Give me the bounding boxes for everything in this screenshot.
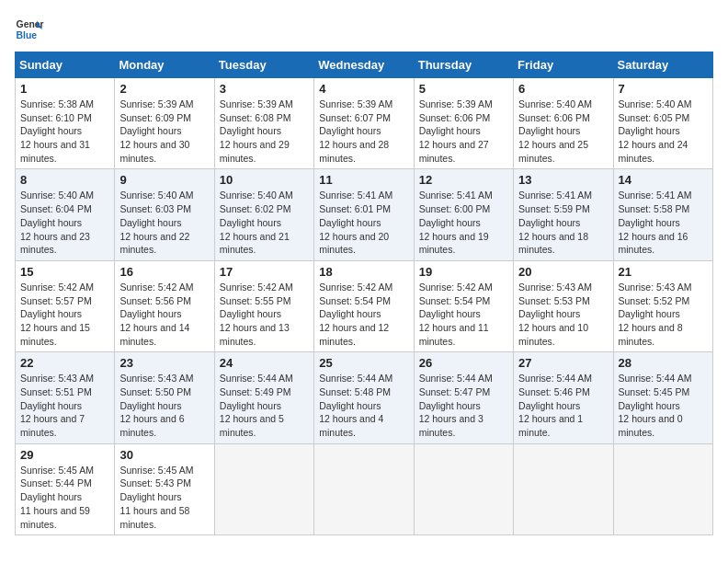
- calendar-week-row: 8Sunrise: 5:40 AMSunset: 6:04 PMDaylight…: [16, 169, 713, 260]
- empty-day-cell: [414, 443, 513, 534]
- day-info: Sunrise: 5:40 AMSunset: 6:03 PMDaylight …: [119, 189, 209, 256]
- day-info: Sunrise: 5:42 AMSunset: 5:57 PMDaylight …: [20, 281, 109, 348]
- day-info: Sunrise: 5:43 AMSunset: 5:51 PMDaylight …: [20, 372, 109, 439]
- day-info: Sunrise: 5:39 AMSunset: 6:07 PMDaylight …: [319, 98, 408, 165]
- calendar-day-cell: 14Sunrise: 5:41 AMSunset: 5:58 PMDayligh…: [613, 169, 712, 260]
- day-number: 26: [419, 356, 508, 370]
- day-number: 6: [518, 82, 608, 96]
- day-info: Sunrise: 5:40 AMSunset: 6:04 PMDaylight …: [20, 189, 109, 256]
- calendar-day-cell: 13Sunrise: 5:41 AMSunset: 5:59 PMDayligh…: [514, 169, 613, 260]
- calendar-day-cell: 8Sunrise: 5:40 AMSunset: 6:04 PMDaylight…: [16, 169, 115, 260]
- calendar-day-cell: 25Sunrise: 5:44 AMSunset: 5:48 PMDayligh…: [314, 352, 414, 443]
- weekday-header-sunday: Sunday: [16, 52, 115, 78]
- calendar-day-cell: 15Sunrise: 5:42 AMSunset: 5:57 PMDayligh…: [16, 260, 115, 351]
- day-info: Sunrise: 5:39 AMSunset: 6:09 PMDaylight …: [119, 98, 209, 165]
- day-info: Sunrise: 5:43 AMSunset: 5:50 PMDaylight …: [119, 372, 209, 439]
- calendar-day-cell: 9Sunrise: 5:40 AMSunset: 6:03 PMDaylight…: [115, 169, 214, 260]
- calendar-day-cell: 5Sunrise: 5:39 AMSunset: 6:06 PMDaylight…: [414, 78, 513, 169]
- day-info: Sunrise: 5:40 AMSunset: 6:02 PMDaylight …: [220, 189, 309, 256]
- day-info: Sunrise: 5:44 AMSunset: 5:48 PMDaylight …: [319, 372, 408, 439]
- day-number: 27: [518, 356, 608, 370]
- day-info: Sunrise: 5:45 AMSunset: 5:43 PMDaylight …: [119, 464, 209, 531]
- day-info: Sunrise: 5:43 AMSunset: 5:53 PMDaylight …: [518, 281, 608, 348]
- day-number: 29: [20, 448, 109, 462]
- calendar-day-cell: 1Sunrise: 5:38 AMSunset: 6:10 PMDaylight…: [16, 78, 115, 169]
- calendar-day-cell: 27Sunrise: 5:44 AMSunset: 5:46 PMDayligh…: [514, 352, 613, 443]
- day-info: Sunrise: 5:41 AMSunset: 5:58 PMDaylight …: [619, 189, 708, 256]
- calendar-week-row: 1Sunrise: 5:38 AMSunset: 6:10 PMDaylight…: [16, 78, 713, 169]
- day-number: 28: [619, 356, 708, 370]
- day-number: 13: [518, 173, 608, 187]
- calendar-week-row: 22Sunrise: 5:43 AMSunset: 5:51 PMDayligh…: [16, 352, 713, 443]
- calendar-day-cell: 29Sunrise: 5:45 AMSunset: 5:44 PMDayligh…: [16, 443, 115, 534]
- calendar-header-row: SundayMondayTuesdayWednesdayThursdayFrid…: [16, 52, 713, 78]
- day-number: 15: [20, 265, 109, 279]
- calendar-day-cell: 10Sunrise: 5:40 AMSunset: 6:02 PMDayligh…: [214, 169, 313, 260]
- page-header: General Blue: [15, 15, 713, 44]
- calendar-day-cell: 28Sunrise: 5:44 AMSunset: 5:45 PMDayligh…: [613, 352, 712, 443]
- svg-text:Blue: Blue: [17, 30, 38, 40]
- day-number: 25: [319, 356, 408, 370]
- day-info: Sunrise: 5:42 AMSunset: 5:55 PMDaylight …: [220, 281, 309, 348]
- weekday-header-wednesday: Wednesday: [314, 52, 414, 78]
- calendar-day-cell: 16Sunrise: 5:42 AMSunset: 5:56 PMDayligh…: [115, 260, 214, 351]
- calendar-day-cell: 12Sunrise: 5:41 AMSunset: 6:00 PMDayligh…: [414, 169, 513, 260]
- calendar-table: SundayMondayTuesdayWednesdayThursdayFrid…: [15, 52, 713, 535]
- day-info: Sunrise: 5:41 AMSunset: 5:59 PMDaylight …: [518, 189, 608, 256]
- day-info: Sunrise: 5:42 AMSunset: 5:56 PMDaylight …: [119, 281, 209, 348]
- day-number: 17: [220, 265, 309, 279]
- day-info: Sunrise: 5:44 AMSunset: 5:47 PMDaylight …: [419, 372, 508, 439]
- day-info: Sunrise: 5:39 AMSunset: 6:06 PMDaylight …: [419, 98, 508, 165]
- day-number: 3: [220, 82, 309, 96]
- day-number: 11: [319, 173, 408, 187]
- day-number: 5: [419, 82, 508, 96]
- weekday-header-monday: Monday: [115, 52, 214, 78]
- calendar-day-cell: 26Sunrise: 5:44 AMSunset: 5:47 PMDayligh…: [414, 352, 513, 443]
- logo-icon: General Blue: [15, 15, 44, 44]
- day-info: Sunrise: 5:38 AMSunset: 6:10 PMDaylight …: [20, 98, 109, 165]
- day-info: Sunrise: 5:40 AMSunset: 6:06 PMDaylight …: [518, 98, 608, 165]
- day-number: 8: [20, 173, 109, 187]
- calendar-day-cell: 11Sunrise: 5:41 AMSunset: 6:01 PMDayligh…: [314, 169, 414, 260]
- day-number: 18: [319, 265, 408, 279]
- day-info: Sunrise: 5:44 AMSunset: 5:49 PMDaylight …: [220, 372, 309, 439]
- day-number: 4: [319, 82, 408, 96]
- calendar-day-cell: 19Sunrise: 5:42 AMSunset: 5:54 PMDayligh…: [414, 260, 513, 351]
- day-info: Sunrise: 5:39 AMSunset: 6:08 PMDaylight …: [220, 98, 309, 165]
- empty-day-cell: [214, 443, 313, 534]
- day-info: Sunrise: 5:41 AMSunset: 6:00 PMDaylight …: [419, 189, 508, 256]
- calendar-day-cell: 21Sunrise: 5:43 AMSunset: 5:52 PMDayligh…: [613, 260, 712, 351]
- day-info: Sunrise: 5:42 AMSunset: 5:54 PMDaylight …: [319, 281, 408, 348]
- calendar-week-row: 15Sunrise: 5:42 AMSunset: 5:57 PMDayligh…: [16, 260, 713, 351]
- weekday-header-friday: Friday: [514, 52, 613, 78]
- day-number: 21: [619, 265, 708, 279]
- empty-day-cell: [613, 443, 712, 534]
- day-number: 1: [20, 82, 109, 96]
- empty-day-cell: [314, 443, 414, 534]
- calendar-day-cell: 6Sunrise: 5:40 AMSunset: 6:06 PMDaylight…: [514, 78, 613, 169]
- day-number: 22: [20, 356, 109, 370]
- logo: General Blue: [15, 15, 48, 44]
- day-number: 24: [220, 356, 309, 370]
- calendar-day-cell: 18Sunrise: 5:42 AMSunset: 5:54 PMDayligh…: [314, 260, 414, 351]
- day-number: 30: [119, 448, 209, 462]
- day-info: Sunrise: 5:44 AMSunset: 5:45 PMDaylight …: [619, 372, 708, 439]
- day-info: Sunrise: 5:41 AMSunset: 6:01 PMDaylight …: [319, 189, 408, 256]
- calendar-day-cell: 2Sunrise: 5:39 AMSunset: 6:09 PMDaylight…: [115, 78, 214, 169]
- day-info: Sunrise: 5:42 AMSunset: 5:54 PMDaylight …: [419, 281, 508, 348]
- calendar-day-cell: 7Sunrise: 5:40 AMSunset: 6:05 PMDaylight…: [613, 78, 712, 169]
- day-number: 14: [619, 173, 708, 187]
- day-number: 19: [419, 265, 508, 279]
- weekday-header-tuesday: Tuesday: [214, 52, 313, 78]
- calendar-week-row: 29Sunrise: 5:45 AMSunset: 5:44 PMDayligh…: [16, 443, 713, 534]
- day-info: Sunrise: 5:43 AMSunset: 5:52 PMDaylight …: [619, 281, 708, 348]
- calendar-day-cell: 4Sunrise: 5:39 AMSunset: 6:07 PMDaylight…: [314, 78, 414, 169]
- day-number: 16: [119, 265, 209, 279]
- day-number: 9: [119, 173, 209, 187]
- day-number: 7: [619, 82, 708, 96]
- weekday-header-thursday: Thursday: [414, 52, 513, 78]
- day-number: 2: [119, 82, 209, 96]
- day-number: 23: [119, 356, 209, 370]
- calendar-day-cell: 17Sunrise: 5:42 AMSunset: 5:55 PMDayligh…: [214, 260, 313, 351]
- day-info: Sunrise: 5:40 AMSunset: 6:05 PMDaylight …: [619, 98, 708, 165]
